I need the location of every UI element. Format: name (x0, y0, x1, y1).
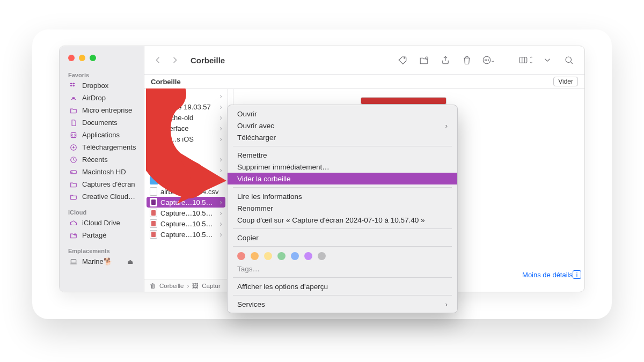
tags-icon[interactable] (394, 53, 411, 67)
file-name: WTF 19.03.57 (162, 177, 206, 185)
image-icon (150, 198, 157, 206)
file-row[interactable]: WTF› (147, 165, 225, 175)
folder-icon (150, 166, 158, 174)
tag-color-dot[interactable] (277, 252, 286, 260)
share-icon[interactable] (437, 53, 453, 67)
close-window-button[interactable] (68, 55, 75, 61)
menu-item-ouvrir[interactable]: Ouvrir (228, 108, 457, 120)
file-row[interactable]: r a…s iOS› (147, 134, 225, 144)
doc-icon (69, 119, 78, 127)
sidebar-item-creative-cloud-[interactable]: Creative Cloud… (60, 190, 144, 203)
sidebar-item-documents[interactable]: Documents (60, 116, 144, 129)
menu-item-coup-d-il-sur-capture-d-cran-2[interactable]: Coup d'œil sur « Capture d'écran 2024-07… (228, 214, 457, 226)
sidebar-item-micro-entreprise[interactable]: Micro entreprise (60, 104, 144, 116)
tag-color-dot[interactable] (264, 252, 272, 260)
view-mode-icon[interactable]: ⌃⌄ (518, 53, 534, 67)
forward-button[interactable] (169, 54, 181, 66)
folder-icon (150, 135, 158, 143)
menu-item-vider-la-corbeille[interactable]: Vider la corbeille (228, 173, 457, 184)
file-row[interactable] (147, 144, 225, 154)
menu-separator (233, 228, 452, 229)
chevron-right-icon: › (219, 92, 222, 100)
menu-item-afficher-les-options-d-aper-u[interactable]: Afficher les options d'aperçu (228, 280, 457, 292)
trash-icon[interactable] (459, 53, 475, 67)
svg-point-13 (488, 60, 488, 60)
chevron-right-icon: › (219, 155, 222, 164)
sidebar-item-r-cents[interactable]: Récents (60, 153, 144, 166)
context-menu: OuvrirOuvrir avec›TéléchargerRemettreSup… (227, 105, 458, 313)
sidebar-item-label: Documents (82, 119, 118, 127)
file-row[interactable]: Cache› (147, 91, 225, 101)
download-icon (69, 143, 78, 152)
sidebar-item-macintosh-hd[interactable]: Macintosh HD (60, 166, 144, 178)
file-row[interactable]: Capture…10.57.52› (147, 218, 225, 229)
file-row[interactable]: Interface› (147, 123, 225, 134)
sidebar-item-applications[interactable]: Applications (60, 129, 144, 141)
menu-item-renommer[interactable]: Renommer (228, 202, 457, 214)
menu-item-copier[interactable]: Copier (228, 232, 457, 243)
eject-icon[interactable]: ⏏ (127, 258, 138, 265)
details-toggle-link[interactable]: Moins de détails (522, 271, 573, 279)
menu-item-label: Renommer (237, 204, 273, 212)
sidebar-item-marine-[interactable]: Marine🐕⏏ (60, 255, 144, 268)
tag-color-dot[interactable] (318, 252, 326, 260)
toolbar: Corbeille ⌄ ⌃⌄ (144, 46, 584, 74)
path-current[interactable]: Captur (202, 283, 221, 289)
sidebar-item-captures-d-cran[interactable]: Captures d'écran (60, 178, 144, 190)
zoom-window-button[interactable] (90, 55, 96, 61)
menu-item-label: Supprimer immédiatement… (237, 163, 330, 171)
path-root[interactable]: Corbeille (159, 283, 184, 289)
minimize-window-button[interactable] (79, 55, 85, 61)
tag-color-dot[interactable] (291, 252, 299, 260)
info-icon[interactable]: i (573, 270, 581, 279)
empty-trash-button[interactable]: Vider (553, 77, 578, 86)
chevron-right-icon: › (445, 122, 448, 130)
chevron-right-icon: › (445, 300, 448, 308)
menu-item-remettre[interactable]: Remettre (228, 149, 457, 161)
file-name: WTF (162, 166, 177, 174)
menu-item-ouvrir-avec[interactable]: Ouvrir avec› (228, 120, 457, 131)
chevron-right-icon: › (219, 166, 222, 174)
document-icon (150, 187, 157, 196)
sidebar-item-t-l-chargements[interactable]: Téléchargements (60, 141, 144, 153)
tag-color-dot[interactable] (251, 252, 259, 260)
menu-item-label: Afficher les options d'aperçu (237, 283, 328, 291)
sidebar-item-airdrop[interactable]: AirDrop (60, 92, 144, 104)
disk-icon (69, 168, 78, 176)
sidebar-item-label: Téléchargements (82, 143, 136, 151)
menu-item-supprimer-imm-diatement-[interactable]: Supprimer immédiatement… (228, 161, 457, 173)
new-folder-icon[interactable] (416, 53, 432, 67)
more-icon[interactable]: ⌄ (480, 53, 496, 67)
menu-item-t-l-charger[interactable]: Télécharger (228, 131, 457, 143)
file-row[interactable]: Capture…10.57.58› (147, 229, 225, 240)
search-icon[interactable] (561, 53, 577, 67)
location-title: Corbeille (151, 78, 181, 86)
file-row[interactable]: airbnb_…2024.csv (147, 186, 225, 197)
trash-path-icon: 🗑 (150, 283, 156, 289)
file-row[interactable]: Cache 19.03.57› (147, 101, 225, 112)
sidebar-section-icloud: iCloud (60, 206, 144, 217)
sidebar-item-partag-[interactable]: Partagé (60, 229, 144, 241)
menu-item-label: Lire les informations (237, 193, 302, 201)
menu-item-tags[interactable]: Tags… (228, 263, 457, 275)
sidebar-section-favoris: Favoris (60, 69, 144, 79)
sidebar-item-dropbox[interactable]: Dropbox (60, 79, 144, 92)
file-row[interactable]: WTF 19.03.57› (147, 175, 225, 186)
chevron-down-icon[interactable] (539, 53, 555, 67)
menu-separator (233, 146, 452, 146)
app-icon (69, 131, 78, 139)
menu-item-services[interactable]: Services› (228, 298, 457, 310)
tag-color-dot[interactable] (237, 252, 245, 260)
file-row[interactable]: v2› (147, 154, 225, 165)
path-bar[interactable]: 🗑 Corbeille › 🖼 Captur (144, 279, 228, 292)
sidebar-item-icloud-drive[interactable]: iCloud Drive (60, 217, 144, 229)
back-button[interactable] (152, 54, 164, 66)
file-row[interactable]: Capture…10.57.49› (147, 208, 225, 218)
tag-color-dot[interactable] (304, 252, 312, 260)
file-row[interactable]: Capture…10.57.40› (147, 197, 225, 208)
file-name: Capture…10.57.52 (160, 220, 216, 228)
menu-item-lire-les-informations[interactable]: Lire les informations (228, 190, 457, 202)
menu-item-label: Remettre (237, 151, 267, 159)
file-row[interactable]: Cache-old› (147, 112, 225, 123)
airdrop-icon (69, 94, 78, 102)
